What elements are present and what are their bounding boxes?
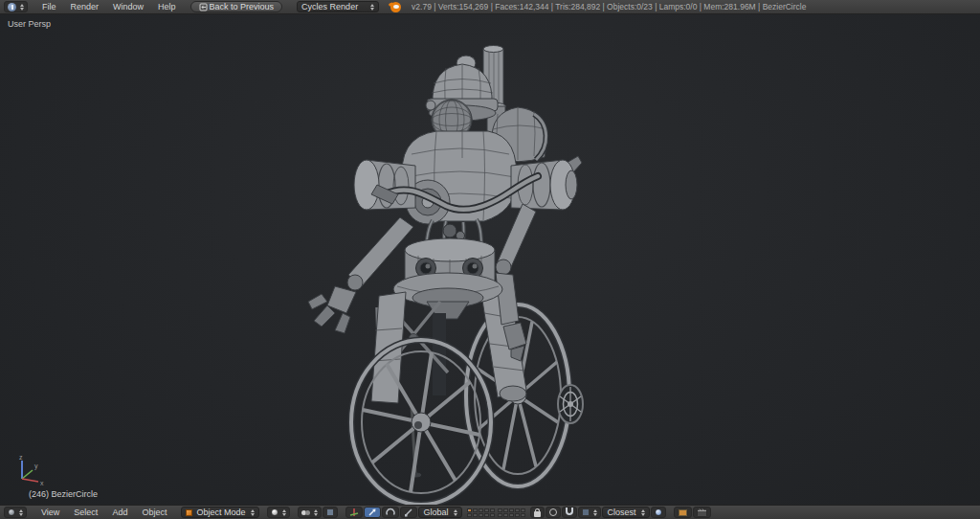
viewport-3d[interactable]: User Persp z y x (246) BezierCircle: [0, 14, 980, 505]
pivot-point-dropdown[interactable]: [298, 507, 322, 518]
layer-6-button[interactable]: [498, 508, 502, 512]
manipulator-toggle[interactable]: [345, 507, 363, 518]
snap-peel-object-toggle[interactable]: [651, 507, 666, 518]
back-arrow-icon: [199, 3, 208, 11]
render-image-icon: [678, 508, 688, 517]
proportional-edit-icon: [549, 508, 557, 516]
menu-file[interactable]: File: [35, 1, 63, 13]
info-header: File Render Window Help Back to Previous…: [0, 0, 980, 14]
layer-1-button[interactable]: [467, 508, 472, 512]
chevron-updown-icon: [20, 4, 24, 11]
chevron-updown-icon: [282, 509, 286, 516]
viewport-header: View Select Add Object Object Mode: [0, 505, 980, 519]
menu-select[interactable]: Select: [67, 507, 104, 519]
layer-16-button[interactable]: [498, 513, 502, 517]
layer-buttons: [467, 508, 525, 517]
axis-y-label: y: [34, 463, 38, 470]
chevron-updown-icon: [19, 509, 23, 516]
chevron-updown-icon: [314, 509, 318, 516]
blender-window: File Render Window Help Back to Previous…: [0, 0, 980, 519]
render-engine-value: Cycles Render: [301, 2, 358, 11]
chevron-updown-icon: [251, 509, 255, 516]
proportional-edit-dropdown[interactable]: [546, 507, 561, 518]
scene-statistics: v2.79 | Verts:154,269 | Faces:142,344 | …: [412, 2, 806, 11]
layer-group-1: [467, 508, 495, 517]
view3d-editor-icon: [8, 508, 15, 516]
menu-view[interactable]: View: [34, 507, 66, 519]
viewport-shading-dropdown[interactable]: [267, 507, 290, 518]
layer-9-button[interactable]: [515, 508, 520, 512]
align-grid-icon: [326, 508, 334, 516]
small-gear-wheel: [558, 385, 583, 423]
info-editor-icon: [8, 3, 16, 11]
solid-shading-icon: [271, 508, 278, 516]
layer-12-button[interactable]: [473, 513, 478, 517]
chevron-updown-icon: [641, 509, 645, 516]
view-mode-label: User Persp: [8, 19, 51, 29]
render-animation-icon: [697, 508, 707, 517]
layer-15-button[interactable]: [490, 513, 495, 517]
manipulator-scale-button[interactable]: [400, 507, 417, 518]
editor-type-selector[interactable]: [4, 507, 27, 518]
layer-5-button[interactable]: [490, 508, 495, 512]
menu-window[interactable]: Window: [106, 1, 150, 13]
chevron-updown-icon: [593, 509, 597, 516]
magnet-icon: [566, 508, 573, 515]
opengl-render-animation-button[interactable]: [693, 507, 711, 518]
rotate-arc-icon: [386, 508, 395, 517]
scale-arrow-icon: [404, 508, 413, 517]
snap-toggle[interactable]: [562, 507, 577, 518]
manipulator-translate-button[interactable]: [364, 507, 381, 518]
viewport-model-steampunk-robot-wireframe[interactable]: [0, 14, 980, 505]
layer-20-button[interactable]: [521, 513, 525, 517]
menu-help[interactable]: Help: [151, 1, 183, 13]
snap-element-dropdown[interactable]: [578, 507, 601, 518]
manipulator-axis-icon: [349, 508, 359, 517]
axis-z-label: z: [19, 454, 23, 461]
menu-object[interactable]: Object: [135, 507, 173, 519]
menu-render[interactable]: Render: [64, 1, 106, 13]
menu-add[interactable]: Add: [105, 507, 134, 519]
chevron-updown-icon: [454, 509, 457, 516]
layer-2-button[interactable]: [473, 508, 478, 512]
snap-element-icon: [582, 508, 590, 516]
layer-group-2: [498, 508, 525, 517]
layer-8-button[interactable]: [509, 508, 514, 512]
selected-object-label: (246) BezierCircle: [29, 489, 98, 499]
layer-4-button[interactable]: [484, 508, 489, 512]
pivot-point-icon: [301, 508, 310, 517]
scene-lock-toggle[interactable]: [530, 507, 545, 518]
layer-18-button[interactable]: [509, 513, 514, 517]
blender-logo-icon: [390, 2, 401, 12]
layer-14-button[interactable]: [484, 513, 489, 517]
axis-x-label: x: [40, 480, 44, 486]
manipulator-rotate-button[interactable]: [382, 507, 399, 518]
layer-13-button[interactable]: [479, 513, 483, 517]
chevron-updown-icon: [370, 4, 374, 11]
layer-3-button[interactable]: [479, 508, 483, 512]
pivot-align-toggle[interactable]: [323, 507, 338, 518]
layer-11-button[interactable]: [467, 513, 472, 517]
axis-mini-gizmo: z y x: [6, 453, 50, 491]
snap-target-dropdown[interactable]: Closest: [602, 507, 650, 518]
snap-sphere-icon: [655, 508, 662, 516]
layer-10-button[interactable]: [521, 508, 525, 512]
object-mode-cube-icon: [186, 509, 192, 516]
transform-orientation-dropdown[interactable]: Global: [418, 507, 462, 518]
layer-19-button[interactable]: [515, 513, 520, 517]
opengl-render-image-button[interactable]: [674, 507, 692, 518]
snap-target-value: Closest: [607, 508, 635, 517]
back-to-previous-button[interactable]: Back to Previous: [190, 1, 283, 12]
editor-type-selector[interactable]: [4, 1, 28, 12]
transform-orientation-value: Global: [423, 508, 448, 517]
render-engine-dropdown[interactable]: Cycles Render: [297, 1, 379, 12]
interaction-mode-dropdown[interactable]: Object Mode: [181, 507, 259, 518]
interaction-mode-value: Object Mode: [196, 508, 245, 517]
lock-icon: [534, 511, 541, 517]
translate-arrow-icon: [368, 508, 377, 517]
layer-7-button[interactable]: [503, 508, 508, 512]
layer-17-button[interactable]: [503, 513, 508, 517]
back-to-previous-label: Back to Previous: [210, 2, 275, 11]
